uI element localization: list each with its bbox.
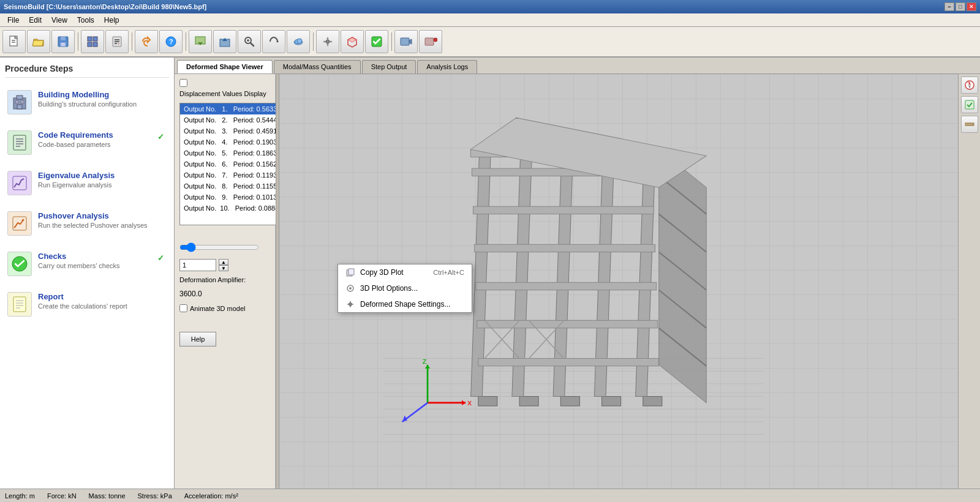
number-input-row: ▲ ▼ xyxy=(179,259,270,271)
3d-plot-options-icon xyxy=(345,283,355,293)
svg-rect-7 xyxy=(88,37,92,41)
eigenvalue-analysis-text: Eigenvalue Analysis Run Eigenvalue analy… xyxy=(38,171,167,189)
step-report[interactable]: Report Create the calculations' report xyxy=(5,290,169,319)
menu-file[interactable]: File xyxy=(2,15,24,26)
animate-checkbox[interactable] xyxy=(179,304,187,312)
step-code-requirements[interactable]: Code Requirements Code-based parameters … xyxy=(5,128,169,157)
3d-plot-options-label: 3D Plot Options... xyxy=(360,284,418,293)
svg-text:N: N xyxy=(968,81,970,84)
step-slider[interactable] xyxy=(179,242,259,252)
toolbar-export[interactable] xyxy=(189,30,212,53)
toolbar-import[interactable] xyxy=(213,30,236,53)
spin-down[interactable]: ▼ xyxy=(219,265,228,271)
svg-rect-41 xyxy=(17,105,22,109)
context-menu-deformed-shape-settings[interactable]: Deformed Shape Settings... xyxy=(338,296,472,312)
content-area: Displacement Values Display Output No. 1… xyxy=(175,74,980,489)
ruler-button[interactable] xyxy=(961,116,978,133)
minimize-button[interactable]: − xyxy=(944,2,954,11)
step-building-modelling[interactable]: Building Modelling Building's structural… xyxy=(5,88,169,117)
toolbar-save[interactable] xyxy=(51,30,75,53)
menu-bar: File Edit View Tools Help xyxy=(0,13,980,27)
spin-up[interactable]: ▲ xyxy=(219,259,228,265)
toolbar-3d[interactable] xyxy=(341,30,364,53)
svg-rect-34 xyxy=(401,38,409,45)
code-requirements-name: Code Requirements xyxy=(38,130,148,140)
svg-rect-78 xyxy=(473,206,654,214)
toolbar-check[interactable] xyxy=(365,30,388,53)
svg-rect-75 xyxy=(477,320,658,328)
displacement-checkbox[interactable] xyxy=(179,79,187,87)
svg-rect-43 xyxy=(13,135,26,150)
checks-desc: Carry out members' checks xyxy=(38,262,148,269)
tab-analysis-logs[interactable]: Analysis Logs xyxy=(417,60,477,73)
title-bar: SeismoBuild [C:\Users\santon\Desktop\Zoi… xyxy=(0,0,980,13)
svg-rect-10 xyxy=(93,42,97,47)
toolbar-open[interactable] xyxy=(27,30,50,53)
displacement-label: Displacement Values Display xyxy=(179,89,266,98)
viewport-3d[interactable]: x z Copy 3D Plot Ctrl+Alt+C xyxy=(279,74,980,489)
animate-row: Animate 3D model xyxy=(179,304,270,312)
toolbar-calc[interactable]: + xyxy=(105,30,129,53)
report-desc: Create the calculations' report xyxy=(38,302,167,310)
toolbar-record[interactable] xyxy=(419,30,442,53)
spin-buttons: ▲ ▼ xyxy=(219,259,228,271)
menu-view[interactable]: View xyxy=(47,15,72,26)
toolbar-new[interactable] xyxy=(2,30,26,53)
control-panel: Displacement Values Display Output No. 1… xyxy=(175,74,276,489)
checks-text: Checks Carry out members' checks xyxy=(38,252,148,269)
building-modelling-name: Building Modelling xyxy=(38,90,167,99)
toolbar-video[interactable] xyxy=(394,30,418,53)
step-number-input[interactable] xyxy=(179,259,216,271)
tab-step-output[interactable]: Step Output xyxy=(362,60,417,73)
right-area: Deformed Shape Viewer Modal/Mass Quantit… xyxy=(175,58,980,489)
maximize-button[interactable]: □ xyxy=(956,2,965,11)
status-bar: Length: m Force: kN Mass: tonne Stress: … xyxy=(0,489,980,502)
close-button[interactable]: ✕ xyxy=(967,2,976,11)
svg-rect-52 xyxy=(13,297,26,312)
code-requirements-check: ✓ xyxy=(154,130,167,143)
svg-rect-42 xyxy=(17,96,23,99)
svg-rect-68 xyxy=(643,397,662,406)
context-menu-copy-3d-plot[interactable]: Copy 3D Plot Ctrl+Alt+C xyxy=(338,264,472,280)
menu-help[interactable]: Help xyxy=(99,15,124,26)
svg-marker-93 xyxy=(462,400,466,405)
main-layout: Procedure Steps Building Modelling Build… xyxy=(0,58,980,489)
svg-rect-64 xyxy=(478,397,497,406)
svg-point-103 xyxy=(349,287,352,290)
menu-tools[interactable]: Tools xyxy=(72,15,99,26)
help-button[interactable]: Help xyxy=(179,332,216,347)
svg-rect-67 xyxy=(602,397,621,406)
status-force: Force: kN xyxy=(47,492,77,500)
view-check-button[interactable] xyxy=(961,96,978,113)
right-toolbar: N xyxy=(958,74,980,489)
pushover-analysis-text: Pushover Analysis Run the selected Pusho… xyxy=(38,211,167,229)
svg-rect-36 xyxy=(425,38,434,45)
svg-rect-39 xyxy=(15,100,18,103)
step-checks[interactable]: Checks Carry out members' checks ✓ xyxy=(5,249,169,279)
svg-text:z: z xyxy=(423,356,427,365)
toolbar-cloud[interactable] xyxy=(287,30,310,53)
svg-rect-77 xyxy=(475,244,655,252)
step-eigenvalue-analysis[interactable]: Eigenvalue Analysis Run Eigenvalue analy… xyxy=(5,168,169,198)
checks-icon xyxy=(7,252,32,276)
toolbar-zoom[interactable] xyxy=(238,30,261,53)
eigenvalue-analysis-desc: Run Eigenvalue analysis xyxy=(38,181,167,189)
deformation-label: Deformation Amplifier: xyxy=(179,276,246,283)
compass-button[interactable]: N xyxy=(961,77,978,94)
tab-modal-mass-quantities[interactable]: Modal/Mass Quantities xyxy=(274,60,361,73)
menu-edit[interactable]: Edit xyxy=(24,15,47,26)
sep5 xyxy=(390,30,393,53)
pushover-analysis-name: Pushover Analysis xyxy=(38,211,167,220)
svg-rect-76 xyxy=(476,282,657,290)
step-pushover-analysis[interactable]: Pushover Analysis Run the selected Pusho… xyxy=(5,209,169,238)
tab-deformed-shape-viewer[interactable]: Deformed Shape Viewer xyxy=(177,60,273,73)
svg-rect-66 xyxy=(560,397,579,406)
toolbar-undo[interactable] xyxy=(135,30,158,53)
context-menu-3d-plot-options[interactable]: 3D Plot Options... xyxy=(338,280,472,296)
toolbar-help[interactable]: ? xyxy=(159,30,183,53)
toolbar-rotate[interactable] xyxy=(262,30,285,53)
toolbar-gear[interactable] xyxy=(316,30,339,53)
svg-rect-9 xyxy=(88,42,92,47)
toolbar-grid[interactable] xyxy=(81,30,104,53)
status-length-label: Length: m xyxy=(5,492,35,500)
